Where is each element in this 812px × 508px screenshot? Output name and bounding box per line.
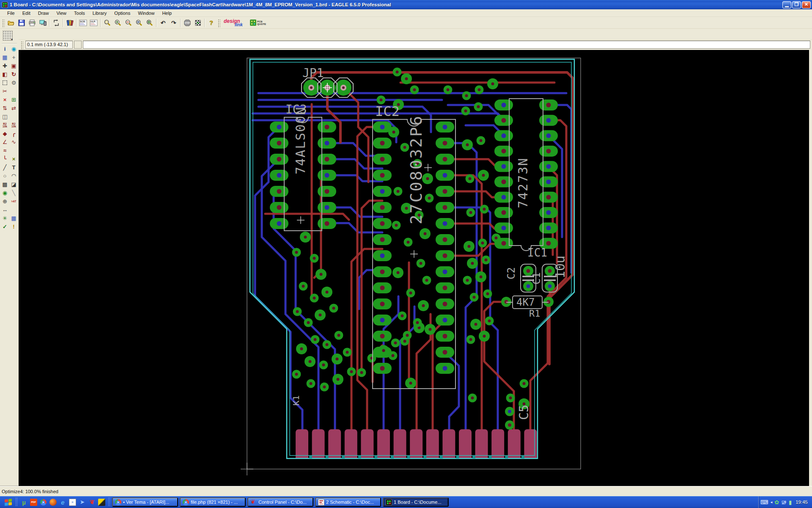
wire-icon[interactable]: ╱ — [1, 163, 9, 171]
redo-button[interactable]: ↷ — [168, 18, 179, 28]
task-button-2[interactable]: file.php (821 ×821) - ... — [180, 497, 246, 507]
lock-icon[interactable]: ◫ — [1, 113, 9, 121]
utorrent-icon[interactable]: µ — [20, 499, 27, 506]
command-toolbar-handle[interactable] — [20, 41, 23, 49]
stop-button[interactable]: STOP — [182, 18, 192, 28]
mark-icon[interactable]: + — [10, 53, 18, 61]
ratsnest-progress-icon[interactable] — [192, 18, 203, 28]
via-icon[interactable]: ◉ — [1, 189, 9, 197]
optimize-icon[interactable]: ∿ — [10, 138, 18, 146]
text-icon[interactable]: T — [10, 163, 18, 171]
menu-item-draw[interactable]: Draw — [34, 10, 53, 17]
close-button[interactable]: ✕ — [802, 1, 811, 8]
pdf-icon[interactable]: PDF — [30, 499, 37, 506]
firefox-icon[interactable] — [49, 499, 57, 506]
autorouter-icon[interactable]: ▦ — [10, 214, 18, 222]
menu-item-tools[interactable]: Tools — [70, 10, 89, 17]
task-button-5[interactable]: 1 Board - C:\Docume... — [383, 497, 449, 507]
chrome-icon[interactable] — [40, 499, 47, 506]
toolbar-handle-2[interactable] — [217, 19, 220, 27]
menu-item-help[interactable]: Help — [158, 10, 176, 17]
pcb-drawing[interactable]: JP1IC374ALS00NIC227C08032P6IC174273N4K7R… — [19, 50, 809, 486]
coordinate-mode-button[interactable] — [74, 41, 82, 49]
menu-item-library[interactable]: Library — [89, 10, 111, 17]
grid-button[interactable] — [3, 30, 13, 41]
ie-icon[interactable]: e — [59, 499, 66, 506]
task-button-4[interactable]: 2 Schematic - C:\Doc... — [315, 497, 381, 507]
volume-icon[interactable]: ▮ — [789, 500, 792, 505]
red-app-icon[interactable]: ❦ — [88, 499, 96, 506]
menu-item-options[interactable]: Options — [110, 10, 134, 17]
menu-item-view[interactable]: View — [52, 10, 70, 17]
polygon-icon[interactable]: ◪ — [10, 180, 18, 188]
name-icon[interactable]: R210k — [1, 121, 9, 129]
smash-icon[interactable]: ◆ — [1, 130, 9, 138]
miter-icon[interactable]: ╭ — [10, 130, 18, 138]
keyboard-layout-icon[interactable]: ⌨ — [760, 500, 768, 505]
value-icon[interactable]: R210k — [10, 121, 18, 129]
run-script-button[interactable]: SCR: — [78, 18, 88, 28]
info-icon[interactable]: i — [1, 45, 9, 53]
brush-icon[interactable] — [98, 499, 105, 506]
updates-icon[interactable]: ✿ — [774, 500, 779, 505]
zoom-fit-button[interactable] — [134, 18, 144, 28]
toolbar-handle[interactable] — [2, 19, 5, 27]
gateswap-icon[interactable]: ⇄ — [10, 104, 18, 112]
pinswap-icon[interactable]: ⇅ — [1, 104, 9, 112]
display-layers-icon[interactable]: ▦ — [1, 53, 9, 61]
change-icon[interactable]: ⚙ — [10, 79, 18, 87]
menu-item-window[interactable]: Window — [134, 10, 158, 17]
save-button[interactable] — [16, 18, 27, 28]
switch-editor-button[interactable] — [51, 18, 61, 28]
drc-icon[interactable]: ✓ — [1, 223, 9, 231]
design-link-logo[interactable]: design link — [224, 18, 246, 28]
zoom-select-button[interactable] — [102, 18, 112, 28]
help-button[interactable]: ? — [206, 18, 217, 28]
attribute-icon[interactable]: >AT — [10, 197, 18, 205]
split-icon[interactable]: ∠ — [1, 138, 9, 146]
group-icon[interactable] — [1, 79, 9, 87]
print-button[interactable] — [27, 18, 37, 28]
ripup-icon[interactable]: × — [10, 155, 18, 163]
show-icon[interactable]: ◉ — [10, 45, 18, 53]
messenger-arrow-icon[interactable]: ➤ — [79, 499, 86, 506]
arc-icon[interactable]: ◠ — [10, 172, 18, 180]
cut-icon[interactable]: ✂ — [1, 87, 9, 95]
rotate-icon[interactable]: ↻ — [10, 70, 18, 78]
open-button[interactable] — [5, 18, 16, 28]
zoom-in-button[interactable] — [112, 18, 123, 28]
ratsnest-icon[interactable]: ✳ — [1, 214, 9, 222]
signal-icon[interactable]: ╲ — [10, 189, 18, 197]
errors-icon[interactable]: ! — [10, 223, 18, 231]
menu-item-file[interactable]: File — [3, 10, 19, 17]
delete-icon[interactable]: × — [1, 96, 9, 104]
collapse-tray-icon[interactable]: ◂ — [771, 500, 773, 504]
mirror-icon[interactable]: ◧ — [1, 70, 9, 78]
notes-icon[interactable]: ≡ — [69, 499, 76, 506]
network-icon[interactable]: 🖳 — [781, 500, 787, 505]
undo-button[interactable]: ↶ — [158, 18, 168, 28]
circle-icon[interactable]: ○ — [1, 172, 9, 180]
zoom-out-button[interactable] — [123, 18, 134, 28]
pcb-quote-logo[interactable]: PCBQUOTE — [250, 19, 266, 26]
task-button-1[interactable]: • Ver Tema - [ATARI]... — [112, 497, 178, 507]
rect-icon[interactable]: ▩ — [1, 180, 9, 188]
command-input[interactable] — [83, 41, 810, 49]
run-ulp-button[interactable]: ULP: — [88, 18, 99, 28]
start-button[interactable] — [2, 497, 14, 507]
task-button-3[interactable]: Control Panel - C:\Do... — [247, 497, 313, 507]
add-icon[interactable]: ⊞ — [10, 96, 18, 104]
cam-processor-button[interactable] — [37, 18, 48, 28]
move-icon[interactable]: ✚ — [1, 62, 9, 70]
hole-icon[interactable]: ⊕ — [1, 197, 9, 205]
minimize-button[interactable]: ▁ — [782, 1, 791, 8]
dimension-icon[interactable]: ↔ — [1, 206, 9, 214]
restore-button[interactable]: ❐ — [792, 1, 801, 8]
zoom-redraw-button[interactable] — [144, 18, 155, 28]
copy-icon[interactable]: ▣ — [10, 62, 18, 70]
route-icon[interactable]: ╰ — [1, 155, 9, 163]
library-button[interactable] — [64, 18, 75, 28]
menu-item-edit[interactable]: Edit — [19, 10, 34, 17]
board-canvas[interactable]: JP1IC374ALS00NIC227C08032P6IC174273N4K7R… — [19, 50, 812, 486]
meander-icon[interactable]: ≈ — [1, 146, 9, 155]
